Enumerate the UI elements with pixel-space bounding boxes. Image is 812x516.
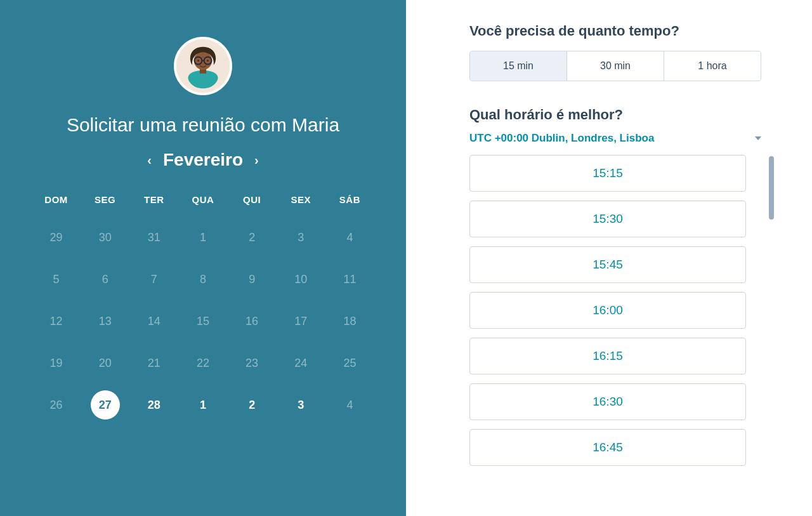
caret-down-icon: [755, 136, 761, 140]
time-slot[interactable]: 16:45: [469, 429, 746, 466]
calendar-day[interactable]: 28: [129, 390, 178, 420]
timezone-label: UTC +00:00 Dublin, Londres, Lisboa: [469, 132, 654, 145]
calendar-day[interactable]: 27: [81, 390, 129, 420]
calendar-day: 14: [129, 307, 178, 336]
calendar-day: 6: [81, 265, 129, 294]
calendar-day-header: DOM: [32, 194, 81, 216]
timezone-select[interactable]: UTC +00:00 Dublin, Londres, Lisboa: [469, 132, 761, 145]
calendar-day: 21: [129, 348, 178, 378]
calendar-day: 15: [178, 307, 227, 336]
time-slots: 15:1515:3015:4516:0016:1516:3016:45: [469, 155, 749, 498]
calendar-day: 26: [32, 390, 81, 420]
time-slot[interactable]: 15:15: [469, 155, 746, 192]
duration-option[interactable]: 30 min: [566, 51, 664, 81]
calendar-day: 23: [228, 348, 277, 378]
calendar-day: 11: [325, 265, 374, 294]
calendar-day-header: SÁB: [325, 194, 374, 216]
chevron-left-icon[interactable]: ‹: [147, 153, 152, 168]
calendar-day: 16: [228, 307, 277, 336]
calendar-day: 17: [277, 307, 325, 336]
calendar-day: 25: [325, 348, 374, 378]
calendar-day: 19: [32, 348, 81, 378]
calendar-day-header: SEG: [81, 194, 129, 216]
calendar-day: 31: [129, 223, 178, 252]
time-slot[interactable]: 15:45: [469, 246, 746, 283]
time-slot[interactable]: 16:00: [469, 292, 746, 329]
time-slot[interactable]: 16:15: [469, 338, 746, 374]
time-slot[interactable]: 15:30: [469, 201, 746, 237]
calendar-day: 30: [81, 223, 129, 252]
calendar-day: 5: [32, 265, 81, 294]
duration-option[interactable]: 15 min: [470, 51, 566, 81]
duration-group: 15 min30 min1 hora: [469, 51, 761, 81]
calendar-day: 4: [325, 390, 374, 420]
calendar-day: 4: [325, 223, 374, 252]
calendar-day: 12: [32, 307, 81, 336]
page-title: Solicitar uma reunião com Maria: [67, 114, 339, 136]
calendar-day-header: TER: [129, 194, 178, 216]
calendar-day: 13: [81, 307, 129, 336]
calendar-day: 24: [277, 348, 325, 378]
avatar: [174, 37, 232, 95]
calendar-day: 9: [228, 265, 277, 294]
svg-point-6: [197, 60, 199, 62]
calendar-day: 2: [228, 223, 277, 252]
calendar-day: 20: [81, 348, 129, 378]
avatar-icon: [176, 39, 230, 93]
calendar-day: 3: [277, 223, 325, 252]
calendar-day: 8: [178, 265, 227, 294]
calendar-day-header: SEX: [277, 194, 325, 216]
calendar-panel: Solicitar uma reunião com Maria ‹ Fevere…: [0, 0, 406, 516]
calendar-day[interactable]: 3: [277, 390, 325, 420]
chevron-right-icon[interactable]: ›: [254, 153, 259, 168]
duration-option[interactable]: 1 hora: [664, 51, 761, 81]
svg-point-7: [207, 60, 209, 62]
calendar-day-header: QUI: [228, 194, 277, 216]
month-label: Fevereiro: [163, 150, 243, 170]
duration-question: Você precisa de quanto tempo?: [469, 23, 779, 39]
calendar-day: 18: [325, 307, 374, 336]
time-slots-container: 15:1515:3015:4516:0016:1516:3016:45: [469, 155, 774, 516]
calendar-day: 22: [178, 348, 227, 378]
calendar-day-header: QUA: [178, 194, 227, 216]
calendar-day: 10: [277, 265, 325, 294]
month-selector: ‹ Fevereiro ›: [147, 150, 258, 170]
calendar-day[interactable]: 1: [178, 390, 227, 420]
calendar: DOMSEGTERQUAQUISEXSÁB 293031123456789101…: [32, 194, 374, 426]
calendar-day: 1: [178, 223, 227, 252]
calendar-day: 7: [129, 265, 178, 294]
scrollbar-thumb[interactable]: [769, 156, 774, 220]
time-slot[interactable]: 16:30: [469, 383, 746, 420]
time-question: Qual horário é melhor?: [469, 107, 779, 123]
calendar-day: 29: [32, 223, 81, 252]
calendar-day[interactable]: 2: [228, 390, 277, 420]
time-panel: Você precisa de quanto tempo? 15 min30 m…: [406, 0, 812, 516]
